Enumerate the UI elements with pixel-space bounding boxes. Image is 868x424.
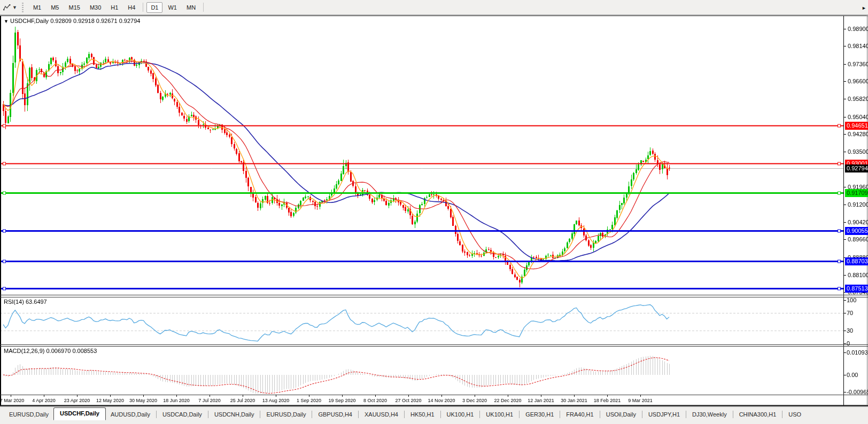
- price-tick-label: 0.90420: [848, 219, 868, 225]
- price-tick-label: 0.93500: [848, 148, 868, 155]
- date-tick-label: 17 Mar 2020: [0, 398, 24, 403]
- price-highlight-label: 0.90055: [845, 227, 868, 235]
- price-highlight-label: 0.94651: [845, 122, 868, 130]
- timeframe-button-w1[interactable]: W1: [164, 2, 181, 13]
- date-tick-label: 9 Mar 2021: [628, 398, 653, 403]
- tab-item[interactable]: GER30,H1: [521, 409, 559, 420]
- timeframe-buttons: M1M5M15M30H1H4D1W1MN: [28, 2, 206, 13]
- tab-separator: [208, 411, 208, 418]
- date-tick-label: 13 Aug 2020: [262, 398, 290, 403]
- date-tick-label: 27 Oct 2020: [395, 398, 421, 403]
- price-tick-label: 0.98900: [848, 26, 868, 32]
- timeframe-button-h4[interactable]: H4: [123, 2, 140, 13]
- tab-item[interactable]: GBPUSD,H4: [313, 409, 357, 420]
- tab-separator: [404, 411, 405, 418]
- tab-item-overflow[interactable]: USO: [784, 409, 806, 420]
- tab-separator: [642, 411, 642, 418]
- tab-item[interactable]: XAUUSD,H4: [360, 409, 403, 420]
- date-tick-label: 12 Jan 2021: [528, 398, 554, 403]
- tab-separator: [560, 411, 560, 418]
- date-tick-label: 7 Jul 2020: [198, 398, 221, 403]
- toolbar-grip: [22, 3, 24, 12]
- timeframe-button-m5[interactable]: M5: [46, 2, 63, 13]
- rsi-name: RSI(14): [4, 299, 24, 305]
- date-tick-label: 18 Jun 2020: [163, 398, 190, 403]
- macd-values: 0.006970 0.008553: [46, 348, 97, 354]
- tab-item[interactable]: USDJPY,H1: [644, 409, 685, 420]
- date-tick-label: 4 Apr 2020: [32, 398, 56, 403]
- tab-separator: [156, 411, 157, 418]
- timeframe-button-d1[interactable]: D1: [146, 2, 162, 13]
- date-tick-label: 30 May 2020: [129, 398, 157, 403]
- rsi-tick-label: 30: [847, 327, 853, 334]
- tab-separator: [782, 411, 782, 418]
- tab-item[interactable]: AUDUSD,Daily: [106, 409, 155, 420]
- price-tick-label: 0.95820: [848, 96, 868, 102]
- date-tick-label: 14 Nov 2020: [428, 398, 455, 403]
- price-highlight-label: 0.91709: [845, 189, 868, 197]
- tab-item[interactable]: USDCAD,Daily: [158, 409, 207, 420]
- date-tick-label: 8 Oct 2020: [363, 398, 387, 403]
- tab-scroll-right-icon[interactable]: ►: [862, 5, 866, 11]
- tab-separator: [686, 411, 686, 418]
- date-tick-label: 18 Feb 2021: [594, 398, 621, 403]
- price-tick-label: 0.98140: [848, 43, 868, 49]
- collapse-arrow-icon[interactable]: ▼: [4, 19, 9, 24]
- rsi-value: 63.6497: [26, 299, 47, 305]
- tab-item[interactable]: EURUSD,Daily: [4, 409, 53, 420]
- tab-separator: [733, 411, 733, 418]
- date-tick-label: 22 Dec 2020: [494, 398, 521, 403]
- toolbar-separator: [143, 3, 143, 12]
- tab-item[interactable]: USDCHF,Daily: [53, 407, 106, 420]
- timeframe-toolbar: ▼ M1M5M15M30H1H4D1W1MN: [0, 0, 868, 15]
- date-tick-label: 19 Sep 2020: [328, 398, 355, 403]
- rsi-tick-label: 100: [847, 297, 856, 303]
- tab-item[interactable]: USDCNH,Daily: [210, 409, 259, 420]
- timeframe-button-m1[interactable]: M1: [29, 2, 45, 13]
- tab-separator: [479, 411, 480, 418]
- macd-tick-label: 0.00: [847, 372, 858, 378]
- macd-tick-label: 0.010933: [847, 349, 868, 356]
- timeframe-button-mn[interactable]: MN: [182, 2, 200, 13]
- chart-canvas[interactable]: [0, 0, 868, 424]
- tab-separator: [440, 411, 441, 418]
- date-tick-label: 30 Jan 2021: [561, 398, 587, 403]
- price-highlight-label: 0.92794: [845, 164, 868, 172]
- rsi-tick-label: 0: [847, 340, 850, 347]
- mt4-window: { "toolbar": { "chart_tool_icon": "line-…: [0, 0, 868, 424]
- tab-item[interactable]: UK100,H1: [481, 409, 518, 420]
- date-tick-label: 12 May 2020: [96, 398, 124, 403]
- timeframe-button-m15[interactable]: M15: [64, 2, 84, 13]
- price-highlight-label: 0.87513: [845, 285, 868, 293]
- date-tick-label: 3 Dec 2020: [462, 398, 487, 403]
- timeframe-button-h1[interactable]: H1: [106, 2, 122, 13]
- tab-item[interactable]: FRA40,H1: [561, 409, 598, 420]
- price-highlight-label: 0.88703: [845, 257, 868, 265]
- price-tick-label: 0.89660: [848, 236, 868, 242]
- rsi-label: RSI(14) 63.6497: [4, 299, 47, 305]
- price-tick-label: 0.95040: [848, 114, 868, 120]
- chevron-down-icon[interactable]: ▼: [12, 5, 17, 10]
- price-tick-label: 0.96600: [848, 78, 868, 84]
- line-study-icon[interactable]: [2, 3, 12, 12]
- rsi-tick-label: 70: [847, 310, 853, 316]
- tab-item[interactable]: UK100,H1: [442, 409, 479, 420]
- tab-item[interactable]: EURUSD,Daily: [261, 409, 311, 420]
- price-tick-label: 0.88100: [848, 272, 868, 278]
- chart-title-ohlc: 0.92809 0.92918 0.92671 0.92794: [50, 18, 140, 24]
- date-tick-label: 23 Apr 2020: [64, 398, 90, 403]
- timeframe-button-m30[interactable]: M30: [86, 2, 105, 13]
- tab-item[interactable]: CHINA300,H1: [734, 409, 781, 420]
- tab-item[interactable]: USOil,Daily: [601, 409, 641, 420]
- date-tick-label: 25 Jul 2020: [230, 398, 255, 403]
- price-tick-label: 0.94280: [848, 131, 868, 137]
- date-tick-label: 1 Sep 2020: [297, 398, 321, 403]
- tab-item[interactable]: DJ30,Weekly: [687, 409, 732, 420]
- tab-item[interactable]: HK50,H1: [406, 409, 439, 420]
- tab-separator: [260, 411, 260, 418]
- tab-separator: [312, 411, 312, 418]
- price-tick-label: 0.97360: [848, 61, 868, 67]
- price-tick-label: 0.91200: [848, 201, 868, 208]
- tab-separator: [600, 411, 600, 418]
- toolbar-separator: [203, 3, 204, 12]
